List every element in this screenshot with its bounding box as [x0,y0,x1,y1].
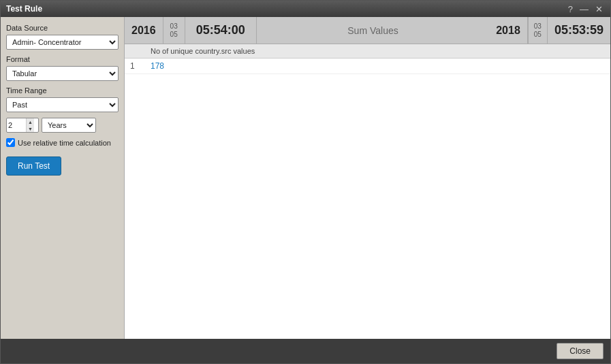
left-date-cell: 03 05 [163,17,185,44]
title-bar-controls: ? — ✕ [566,5,605,14]
time-range-group: Time Range Past [6,86,119,112]
time-amount-input[interactable] [7,120,26,131]
minimize-button[interactable]: — [578,5,591,14]
col-value-header: No of unique country.src values [145,44,610,59]
right-date-top: 03 [534,22,542,31]
checkbox-label: Use relative time calculation [18,139,111,147]
right-date-cell: 03 05 [528,17,547,44]
spinner-buttons: ▲ ▼ [26,118,34,132]
time-range-label: Time Range [6,86,119,95]
spinner-up-button[interactable]: ▲ [27,118,34,125]
left-time: 05:54:00 [185,17,257,44]
main-content: Data Source Admin- Concentrator Format T… [1,17,610,339]
data-source-select[interactable]: Admin- Concentrator [6,35,119,50]
time-range-select[interactable]: Past [6,97,119,112]
left-date-top: 03 [170,22,178,31]
run-test-button[interactable]: Run Test [6,156,61,176]
table-header-row: No of unique country.src values [125,44,610,59]
row-value[interactable]: 178 [145,59,610,74]
test-rule-window: Test Rule ? — ✕ Data Source Admin- Conce… [0,0,611,364]
result-table: No of unique country.src values 1 178 [125,44,610,74]
relative-time-checkbox[interactable] [6,138,15,147]
result-table-container: No of unique country.src values 1 178 [125,44,610,339]
left-year-cell: 2016 [125,17,163,44]
sum-label: Sum Values [257,17,489,44]
right-date-bottom: 05 [534,31,542,39]
help-button[interactable]: ? [566,5,575,14]
time-amount-row: ▲ ▼ Seconds Minutes Hours Days Weeks Mon… [6,118,119,133]
col-index-header [125,44,145,59]
left-date-bottom: 05 [170,31,178,39]
left-panel: Data Source Admin- Concentrator Format T… [1,17,125,339]
table-row: 1 178 [125,59,610,74]
row-index: 1 [125,59,145,74]
right-year: 2018 [496,24,520,37]
time-amount-wrap: ▲ ▼ [6,118,39,133]
right-header-group: 2018 03 05 05:53:59 [489,17,610,44]
window-title: Test Rule [6,4,42,14]
right-time: 05:53:59 [547,17,610,44]
close-button[interactable]: Close [557,343,604,359]
footer: Close [1,339,610,363]
left-year: 2016 [131,24,156,37]
right-panel: 2016 03 05 05:54:00 Sum Values 2018 03 0… [125,17,610,339]
format-label: Format [6,55,119,63]
checkbox-row: Use relative time calculation [6,138,119,147]
title-bar: Test Rule ? — ✕ [1,1,610,17]
format-select[interactable]: Tabular [6,66,119,81]
right-year-cell: 2018 [489,17,528,44]
spinner-down-button[interactable]: ▼ [27,125,34,132]
format-group: Format Tabular [6,55,119,81]
time-unit-select[interactable]: Seconds Minutes Hours Days Weeks Months … [42,118,96,133]
data-source-group: Data Source Admin- Concentrator [6,24,119,50]
result-header: 2016 03 05 05:54:00 Sum Values 2018 03 0… [125,17,610,44]
data-source-label: Data Source [6,24,119,32]
window-close-button[interactable]: ✕ [593,5,605,14]
